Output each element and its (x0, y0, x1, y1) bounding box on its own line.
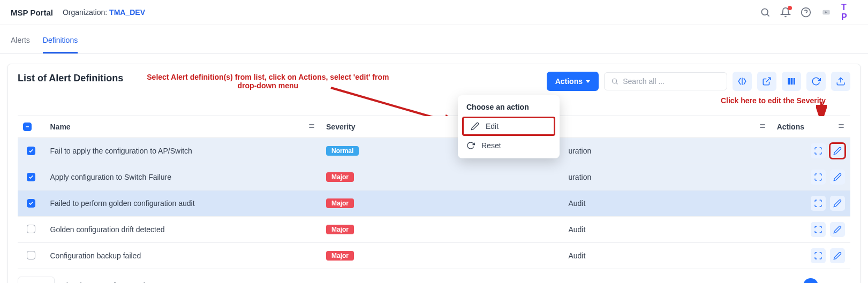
search-input[interactable] (623, 77, 720, 86)
search-input-wrapper[interactable] (604, 72, 727, 90)
svg-line-9 (766, 78, 771, 82)
row-checkbox[interactable] (27, 251, 35, 259)
svg-line-7 (616, 83, 618, 85)
brand-name: MSP Portal (11, 8, 53, 17)
tabs: Alerts Definitions (0, 28, 868, 54)
export-button[interactable] (831, 72, 850, 91)
table-row[interactable]: Failed to perform golden configuration a… (18, 190, 850, 217)
cell-category: uration (563, 164, 771, 190)
cell-actions (772, 243, 850, 269)
menu-item-label: Reset (481, 141, 501, 150)
cell-actions (772, 164, 850, 190)
row-checkbox[interactable] (27, 199, 35, 208)
column-header-name[interactable]: Name (45, 116, 321, 138)
annotation-severity: Click here to edit the Severity (721, 96, 826, 105)
severity-badge: Normal (326, 146, 359, 156)
menu-item-reset[interactable]: Reset (458, 136, 560, 155)
pager: 1 (771, 278, 850, 283)
svg-line-1 (767, 14, 769, 17)
actions-button-label: Actions (555, 77, 583, 86)
definitions-card: List of Alert Definitions Select Alert d… (7, 64, 861, 283)
menu-item-label: Edit (486, 122, 499, 131)
table-footer: 100 Showing 1 - 5 of 5 records 1 (18, 277, 850, 283)
top-bar: MSP Portal Organization: TMA_DEV T P (0, 0, 868, 25)
cell-severity: Major (321, 217, 563, 243)
edit-row-button[interactable] (830, 222, 845, 237)
severity-badge: Major (326, 251, 354, 261)
tab-alerts[interactable]: Alerts (11, 28, 30, 53)
definitions-table: Name Severity Actions (18, 116, 850, 269)
refresh-button[interactable] (806, 72, 826, 91)
actions-menu-title: Choose an action (458, 95, 560, 117)
svg-rect-10 (788, 78, 790, 85)
chevron-down-icon (586, 80, 590, 83)
table-row[interactable]: Configuration backup failedMajorAudit (18, 243, 850, 269)
svg-point-0 (761, 9, 768, 15)
cell-name: Golden configuration drift detected (45, 217, 321, 243)
cell-actions (772, 217, 850, 243)
apps-icon[interactable] (821, 7, 832, 18)
help-icon[interactable] (801, 7, 811, 18)
edit-row-button[interactable] (830, 196, 845, 211)
menu-item-edit[interactable]: Edit (462, 117, 555, 136)
open-external-button[interactable] (757, 72, 776, 91)
annotation-instructions: Select Alert definition(s) from list, cl… (145, 73, 391, 90)
columns-button[interactable] (782, 72, 801, 91)
edit-row-button[interactable] (830, 170, 845, 185)
page-size-select[interactable]: 100 (18, 277, 55, 283)
table-row[interactable]: Fail to apply the configuration to AP/Sw… (18, 138, 850, 164)
expand-row-button[interactable] (811, 143, 826, 158)
table-row[interactable]: Golden configuration drift detectedMajor… (18, 217, 850, 243)
row-checkbox[interactable] (27, 225, 35, 233)
severity-badge: Major (326, 198, 354, 208)
reset-icon (466, 141, 475, 150)
severity-badge: Major (326, 172, 354, 182)
actions-dropdown-button[interactable]: Actions (547, 72, 599, 91)
cell-actions (772, 190, 850, 217)
cell-name: Fail to apply the configuration to AP/Sw… (45, 138, 321, 164)
cell-severity: Major (321, 164, 563, 190)
row-checkbox[interactable] (27, 147, 35, 155)
edit-row-button[interactable] (830, 248, 845, 263)
cell-category: uration (563, 138, 771, 164)
cell-severity: Major (321, 190, 563, 217)
search-icon[interactable] (760, 7, 771, 18)
svg-point-6 (612, 79, 616, 83)
severity-badge: Major (326, 225, 354, 234)
tab-definitions[interactable]: Definitions (43, 28, 78, 53)
fit-columns-button[interactable] (733, 72, 752, 91)
pager-current[interactable]: 1 (803, 278, 818, 283)
cell-name: Apply configuration to Switch Failure (45, 164, 321, 190)
pencil-icon (471, 122, 479, 131)
edit-row-button[interactable] (830, 143, 845, 158)
cell-name: Failed to perform golden configuration a… (45, 190, 321, 217)
column-menu-icon[interactable] (837, 123, 845, 132)
cell-severity: Major (321, 243, 563, 269)
expand-row-button[interactable] (811, 170, 826, 185)
org-label: Organization: (63, 8, 107, 17)
select-all-checkbox[interactable] (23, 123, 32, 131)
search-icon (611, 77, 618, 86)
header-checkbox-cell (18, 116, 45, 138)
org-block[interactable]: Organization: TMA_DEV (63, 8, 145, 17)
org-name: TMA_DEV (109, 8, 145, 17)
expand-row-button[interactable] (811, 222, 826, 237)
notification-dot (788, 6, 792, 10)
column-header-actions: Actions (772, 116, 850, 138)
avatar[interactable]: T P (841, 4, 857, 20)
cell-category: Audit (563, 243, 771, 269)
cell-category: Audit (563, 190, 771, 217)
cell-category: Audit (563, 217, 771, 243)
svg-rect-11 (791, 78, 793, 85)
row-checkbox[interactable] (27, 173, 35, 181)
column-menu-icon[interactable] (308, 123, 315, 132)
column-header-category[interactable] (563, 116, 771, 138)
expand-row-button[interactable] (811, 196, 826, 211)
column-menu-icon[interactable] (759, 123, 766, 132)
table-row[interactable]: Apply configuration to Switch FailureMaj… (18, 164, 850, 190)
cell-actions (772, 138, 850, 164)
expand-row-button[interactable] (811, 248, 826, 263)
notifications-icon[interactable] (780, 7, 791, 18)
svg-rect-12 (794, 78, 795, 85)
actions-menu: Choose an action Edit Reset (458, 95, 560, 158)
